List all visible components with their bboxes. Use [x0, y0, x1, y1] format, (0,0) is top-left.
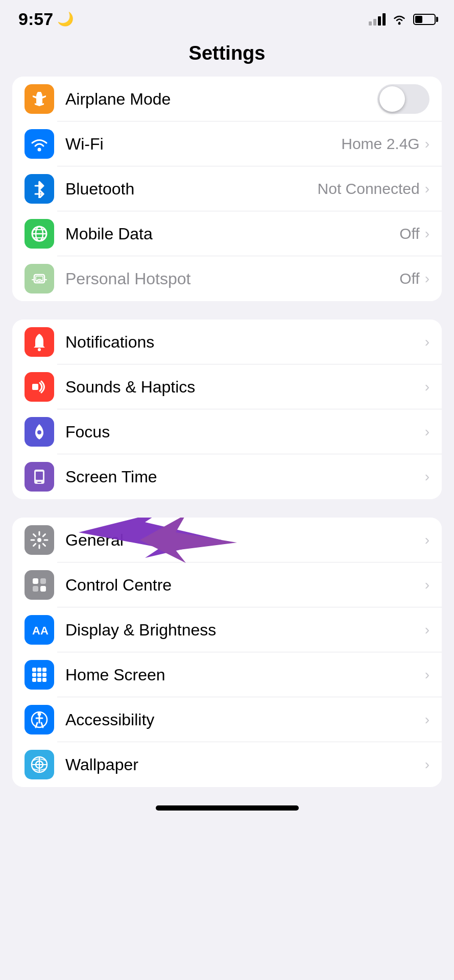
svg-rect-12 — [32, 384, 38, 390]
svg-rect-15 — [36, 472, 43, 480]
display-brightness-label: Display & Brightness — [65, 621, 425, 640]
sounds-haptics-icon — [25, 372, 54, 402]
svg-rect-28 — [32, 673, 36, 677]
svg-rect-33 — [42, 678, 46, 682]
sounds-haptics-row[interactable]: Sounds & Haptics › — [12, 364, 442, 409]
general-chevron: › — [425, 532, 429, 548]
control-centre-icon — [25, 570, 54, 600]
svg-point-34 — [38, 713, 41, 716]
accessibility-chevron: › — [425, 712, 429, 728]
svg-rect-29 — [37, 673, 41, 677]
signal-icon — [369, 13, 386, 26]
control-centre-label: Control Centre — [65, 576, 425, 595]
svg-point-17 — [37, 538, 41, 542]
wifi-row[interactable]: Wi-Fi Home 2.4G › — [12, 121, 442, 166]
general-icon — [25, 525, 54, 555]
svg-rect-27 — [42, 668, 46, 672]
wallpaper-label: Wallpaper — [65, 755, 425, 774]
svg-point-0 — [398, 22, 401, 24]
focus-icon — [25, 417, 54, 447]
wifi-label: Wi-Fi — [65, 135, 341, 154]
svg-text:AA: AA — [32, 624, 49, 637]
svg-rect-21 — [40, 578, 46, 584]
mobile-data-row[interactable]: Mobile Data Off › — [12, 211, 442, 256]
status-bar: 9:57 🌙 — [0, 0, 454, 34]
moon-icon: 🌙 — [57, 11, 74, 27]
system-section: General › Control Centre › AA — [12, 518, 442, 787]
personal-hotspot-chevron: › — [425, 271, 429, 287]
bluetooth-row[interactable]: Bluetooth Not Connected › — [12, 166, 442, 211]
screen-time-row[interactable]: Screen Time › — [12, 454, 442, 499]
mobile-data-value: Off — [399, 225, 419, 242]
bluetooth-value: Not Connected — [318, 180, 420, 198]
airplane-mode-label: Airplane Mode — [65, 90, 377, 109]
general-label: General — [65, 531, 425, 550]
sounds-haptics-chevron: › — [425, 379, 429, 395]
svg-point-1 — [38, 148, 41, 152]
screen-time-chevron: › — [425, 469, 429, 485]
home-screen-label: Home Screen — [65, 666, 425, 684]
home-screen-chevron: › — [425, 667, 429, 683]
sounds-haptics-label: Sounds & Haptics — [65, 378, 425, 397]
focus-row[interactable]: Focus › — [12, 409, 442, 454]
page-title: Settings — [0, 34, 454, 77]
general-row[interactable]: General › — [12, 518, 442, 562]
mobile-data-icon — [25, 219, 54, 249]
control-centre-row[interactable]: Control Centre › — [12, 562, 442, 607]
mobile-data-chevron: › — [425, 226, 429, 242]
wifi-chevron: › — [425, 136, 429, 152]
personal-hotspot-row[interactable]: Personal Hotspot Off › — [12, 256, 442, 301]
personal-hotspot-label: Personal Hotspot — [65, 270, 399, 288]
accessibility-label: Accessibility — [65, 710, 425, 729]
svg-rect-32 — [37, 678, 41, 682]
notifications-chevron: › — [425, 334, 429, 350]
mobile-data-label: Mobile Data — [65, 225, 399, 243]
screen-time-label: Screen Time — [65, 468, 425, 486]
svg-rect-23 — [40, 586, 46, 592]
svg-rect-25 — [32, 668, 36, 672]
notifications-row[interactable]: Notifications › — [12, 320, 442, 364]
wifi-value: Home 2.4G — [341, 135, 419, 153]
focus-label: Focus — [65, 423, 425, 442]
status-icons — [369, 13, 436, 26]
bluetooth-chevron: › — [425, 181, 429, 197]
display-brightness-icon: AA — [25, 615, 54, 645]
battery-icon — [413, 14, 436, 25]
home-screen-icon — [25, 660, 54, 690]
wallpaper-icon — [25, 750, 54, 779]
svg-point-13 — [37, 430, 41, 434]
svg-point-10 — [39, 281, 40, 282]
airplane-mode-toggle[interactable] — [377, 84, 429, 114]
time-display: 9:57 — [18, 9, 53, 29]
bluetooth-label: Bluetooth — [65, 180, 318, 199]
accessibility-row[interactable]: Accessibility › — [12, 697, 442, 742]
svg-rect-16 — [37, 482, 41, 483]
alerts-section: Notifications › Sounds & Haptics › Focus… — [12, 320, 442, 499]
notifications-icon — [25, 327, 54, 357]
home-bar — [156, 805, 299, 811]
accessibility-icon — [25, 705, 54, 734]
svg-rect-31 — [32, 678, 36, 682]
wallpaper-row[interactable]: Wallpaper › — [12, 742, 442, 787]
svg-rect-26 — [37, 668, 41, 672]
focus-chevron: › — [425, 424, 429, 440]
svg-rect-20 — [33, 578, 38, 584]
svg-rect-30 — [42, 673, 46, 677]
wifi-icon — [25, 129, 54, 159]
personal-hotspot-value: Off — [399, 270, 419, 287]
screen-time-icon — [25, 462, 54, 492]
display-brightness-row[interactable]: AA Display & Brightness › — [12, 607, 442, 652]
connectivity-section: Airplane Mode Wi-Fi Home 2.4G › — [12, 77, 442, 301]
wallpaper-chevron: › — [425, 756, 429, 773]
home-screen-row[interactable]: Home Screen › — [12, 652, 442, 697]
svg-point-11 — [38, 348, 41, 351]
status-time: 9:57 🌙 — [18, 9, 74, 29]
display-brightness-chevron: › — [425, 622, 429, 638]
personal-hotspot-icon — [25, 264, 54, 293]
svg-rect-22 — [33, 586, 38, 592]
wifi-status-icon — [392, 13, 407, 26]
airplane-mode-icon — [25, 84, 54, 114]
control-centre-chevron: › — [425, 577, 429, 593]
airplane-mode-row[interactable]: Airplane Mode — [12, 77, 442, 121]
bluetooth-icon — [25, 174, 54, 204]
